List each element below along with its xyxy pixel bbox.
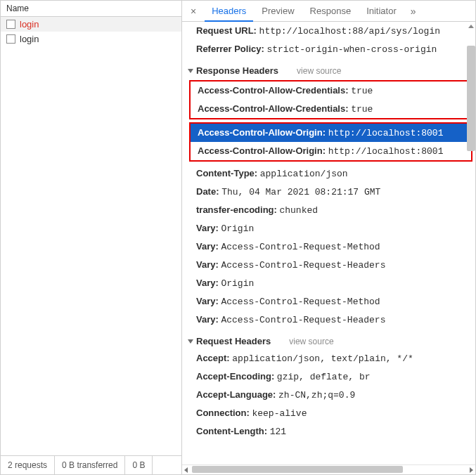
vertical-scrollbar[interactable] xyxy=(467,46,475,151)
tab-bar: × Headers Preview Response Initiator » xyxy=(182,1,475,22)
header-value: gzip, deflate, br xyxy=(277,372,371,382)
header-row-selected[interactable]: Access-Control-Allow-Origin: http://loca… xyxy=(191,124,471,142)
header-key: transfer-encoding: xyxy=(196,204,277,215)
tabs-overflow-icon[interactable]: » xyxy=(405,6,423,17)
header-value: Access-Control-Request-Headers xyxy=(221,260,385,271)
section-response-headers[interactable]: Response Headers view source xyxy=(182,58,475,79)
header-row: Vary: Origin xyxy=(182,274,475,292)
status-transferred: 0 B transferred xyxy=(55,456,125,474)
detail-pane: × Headers Preview Response Initiator » R… xyxy=(182,1,475,474)
header-value: http://localhost:88/api/sys/login xyxy=(259,26,440,37)
header-value: strict-origin-when-cross-origin xyxy=(266,44,437,55)
tab-preview[interactable]: Preview xyxy=(255,1,301,22)
header-value: chunked xyxy=(279,205,318,216)
header-row: Accept-Encoding: gzip, deflate, br xyxy=(182,367,475,386)
header-key: Vary: xyxy=(196,241,219,252)
header-row: Content-Type: application/json xyxy=(182,164,475,183)
status-requests: 2 requests xyxy=(1,456,55,474)
request-name: login xyxy=(20,34,39,44)
header-value: http://localhost:8001 xyxy=(328,146,444,157)
request-checkbox[interactable] xyxy=(6,34,15,44)
view-source-link[interactable]: view source xyxy=(289,337,333,346)
header-value: Origin xyxy=(221,278,254,289)
header-key: Access-Control-Allow-Origin: xyxy=(198,145,326,156)
tab-response[interactable]: Response xyxy=(303,1,359,22)
header-key: Vary: xyxy=(196,223,219,233)
header-row: Vary: Access-Control-Request-Headers xyxy=(182,311,475,329)
column-header-name[interactable]: Name xyxy=(1,1,181,17)
request-row[interactable]: login xyxy=(1,17,181,32)
header-row: Content-Length: 121 xyxy=(182,422,475,441)
header-row: Referrer Policy: strict-origin-when-cros… xyxy=(182,40,475,58)
header-value: Origin xyxy=(221,223,254,234)
header-row: Access-Control-Allow-Origin: http://loca… xyxy=(191,142,471,160)
header-row: Vary: Origin xyxy=(182,219,475,238)
header-value: application/json, text/plain, */* xyxy=(232,353,413,364)
scroll-right-icon[interactable] xyxy=(470,467,473,473)
request-list-pane: Name login login 2 requests 0 B transfer… xyxy=(1,1,182,474)
scroll-left-icon[interactable] xyxy=(184,467,188,473)
horizontal-scrollbar-track[interactable] xyxy=(182,464,475,474)
detail-body[interactable]: Request URL: http://localhost:88/api/sys… xyxy=(182,22,475,464)
request-checkbox[interactable] xyxy=(6,20,15,29)
section-title: Response Headers xyxy=(196,65,278,76)
horizontal-scrollbar[interactable] xyxy=(192,466,403,473)
header-key: Request URL: xyxy=(196,25,257,36)
status-bar: 2 requests 0 B transferred 0 B xyxy=(1,455,181,474)
highlight-box: Access-Control-Allow-Origin: http://loca… xyxy=(189,122,472,162)
request-row[interactable]: login xyxy=(1,32,181,46)
header-value: Thu, 04 Mar 2021 08:21:17 GMT xyxy=(221,187,380,197)
header-key: Accept: xyxy=(196,353,230,363)
header-value: keep-alive xyxy=(252,408,307,419)
view-source-link[interactable]: view source xyxy=(297,66,341,76)
header-row: Request URL: http://localhost:88/api/sys… xyxy=(182,22,475,40)
header-row: Accept-Language: zh-CN,zh;q=0.9 xyxy=(182,386,475,404)
header-key: Accept-Language: xyxy=(196,389,276,400)
status-extra: 0 B xyxy=(125,456,153,474)
header-key: Vary: xyxy=(196,278,219,288)
header-row: Accept: application/json, text/plain, */… xyxy=(182,349,475,367)
header-row: Date: Thu, 04 Mar 2021 08:21:17 GMT xyxy=(182,183,475,201)
header-row: Connection: keep-alive xyxy=(182,404,475,422)
section-title: Request Headers xyxy=(196,336,271,346)
scroll-up-icon[interactable] xyxy=(468,25,474,28)
header-key: Vary: xyxy=(196,314,219,325)
header-key: Connection: xyxy=(196,408,250,418)
header-value: application/json xyxy=(260,169,348,179)
header-row: Access-Control-Allow-Credentials: true xyxy=(191,82,471,100)
header-key: Access-Control-Allow-Credentials: xyxy=(198,85,349,96)
header-row: Access-Control-Allow-Credentials: true xyxy=(191,100,471,118)
header-key: Referrer Policy: xyxy=(196,44,264,54)
header-value: http://localhost:8001 xyxy=(328,128,444,138)
request-list: login login xyxy=(1,17,181,455)
header-value: true xyxy=(351,104,373,115)
header-value: true xyxy=(351,86,373,96)
highlight-box: Access-Control-Allow-Credentials: true A… xyxy=(189,80,472,119)
header-key: Accept-Encoding: xyxy=(196,371,274,382)
header-row: Vary: Access-Control-Request-Method xyxy=(182,292,475,311)
tab-initiator[interactable]: Initiator xyxy=(359,1,404,22)
header-key: Content-Type: xyxy=(196,168,257,178)
header-key: Date: xyxy=(196,186,219,197)
header-key: Content-Length: xyxy=(196,426,267,436)
header-key: Access-Control-Allow-Credentials: xyxy=(198,103,349,114)
header-value: Access-Control-Request-Method xyxy=(221,242,380,252)
header-value: Access-Control-Request-Method xyxy=(221,297,380,307)
header-value: zh-CN,zh;q=0.9 xyxy=(278,390,355,401)
close-icon[interactable]: × xyxy=(186,6,203,17)
chevron-down-icon xyxy=(188,339,193,344)
header-value: 121 xyxy=(270,427,286,437)
section-request-headers[interactable]: Request Headers view source xyxy=(182,329,475,349)
header-key: Vary: xyxy=(196,259,219,270)
devtools-root: Name login login 2 requests 0 B transfer… xyxy=(0,0,476,475)
header-row: transfer-encoding: chunked xyxy=(182,201,475,219)
tab-headers[interactable]: Headers xyxy=(205,1,253,22)
header-key: Access-Control-Allow-Origin: xyxy=(198,127,326,138)
header-row: Vary: Access-Control-Request-Method xyxy=(182,238,475,256)
request-name: login xyxy=(20,19,39,30)
header-key: Vary: xyxy=(196,296,219,306)
chevron-down-icon xyxy=(188,69,193,73)
header-row: Vary: Access-Control-Request-Headers xyxy=(182,256,475,274)
header-value: Access-Control-Request-Headers xyxy=(221,315,385,325)
